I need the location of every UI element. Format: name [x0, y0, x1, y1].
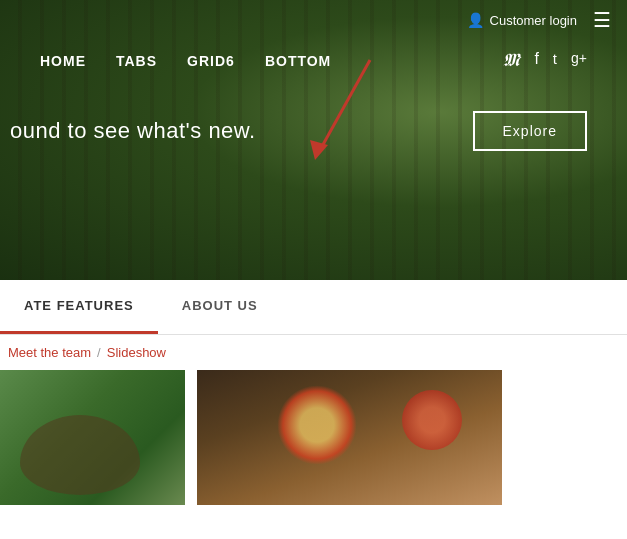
sub-tab-meet-team[interactable]: Meet the team — [8, 345, 91, 360]
pinterest-icon[interactable]: 𝕸 — [503, 50, 520, 71]
nav-home[interactable]: HOME — [40, 53, 86, 69]
tab-ate-features[interactable]: ATE FEATURES — [0, 280, 158, 334]
tabs-section: ATE FEATURES ABOUT US Meet the team / Sl… — [0, 280, 627, 370]
image-grid — [0, 370, 627, 505]
tabs-bar: ATE FEATURES ABOUT US — [0, 280, 627, 335]
nav-grid6[interactable]: GRID6 — [187, 53, 235, 69]
customer-login-button[interactable]: 👤 Customer login — [467, 12, 577, 28]
nav-tabs[interactable]: TABS — [116, 53, 157, 69]
explore-button[interactable]: Explore — [473, 111, 587, 151]
hero-tagline: ound to see what's new. — [0, 118, 256, 144]
image-1 — [0, 370, 185, 505]
image-gap — [189, 370, 193, 505]
customer-login-label: Customer login — [490, 13, 577, 28]
person-icon: 👤 — [467, 12, 484, 28]
svg-line-0 — [320, 60, 370, 150]
google-plus-icon[interactable]: g+ — [571, 50, 587, 71]
hero-section: 👤 Customer login ☰ HOME TABS GRID6 BOTTO… — [0, 0, 627, 280]
top-bar: 👤 Customer login ☰ — [0, 0, 627, 40]
tab-about-us[interactable]: ABOUT US — [158, 280, 282, 334]
sub-tab-divider: / — [97, 345, 101, 360]
hamburger-menu-icon[interactable]: ☰ — [593, 8, 611, 32]
image-2 — [197, 370, 502, 505]
facebook-icon[interactable]: f — [534, 50, 538, 71]
twitter-icon[interactable]: t — [553, 50, 557, 71]
sub-tabs-bar: Meet the team / Slideshow — [0, 335, 627, 370]
arrow-annotation — [310, 50, 410, 184]
sub-tab-slideshow[interactable]: Slideshow — [107, 345, 166, 360]
social-icons-group: 𝕸 f t g+ — [503, 50, 587, 71]
